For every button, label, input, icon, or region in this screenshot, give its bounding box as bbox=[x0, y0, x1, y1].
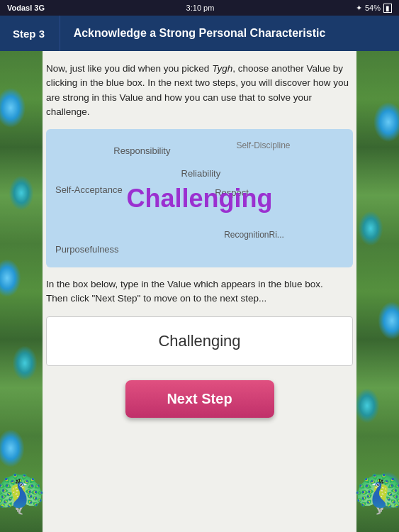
instruction-text: Now, just like you did when you picked T… bbox=[46, 62, 353, 119]
italic-word: Tygh bbox=[212, 63, 232, 74]
time-label: 3:10 pm bbox=[186, 4, 215, 12]
word-self-discipline: Self-Discipline bbox=[236, 140, 290, 150]
peacock-left-decoration bbox=[0, 51, 43, 532]
carrier-label: Vodasl 3G bbox=[7, 4, 45, 12]
peacock-right-decoration bbox=[356, 51, 399, 532]
step-badge: Step 3 bbox=[0, 16, 60, 51]
word-purposefulness: Purposefulness bbox=[55, 244, 119, 255]
word-reliability: Reliability bbox=[181, 168, 221, 179]
next-step-button[interactable]: Next Step bbox=[125, 380, 274, 418]
word-cloud-box[interactable]: Responsibility Self-Discipline Reliabili… bbox=[46, 129, 353, 267]
page-header: Step 3 Acknowledge a Strong Personal Cha… bbox=[0, 16, 399, 51]
value-input[interactable]: Challenging bbox=[158, 332, 240, 350]
battery-label: ✦ 54% ▮ bbox=[356, 4, 392, 13]
bottom-instruction: In the box below, type in the Value whic… bbox=[46, 277, 353, 306]
word-recognition: RecognitionRi... bbox=[224, 230, 284, 240]
page-title: Acknowledge a Strong Personal Characteri… bbox=[60, 27, 399, 40]
signal-icon: ✦ bbox=[356, 4, 362, 13]
status-bar: Vodasl 3G 3:10 pm ✦ 54% ▮ bbox=[0, 0, 399, 16]
battery-icon: ▮ bbox=[383, 4, 392, 13]
main-background: Now, just like you did when you picked T… bbox=[0, 51, 399, 532]
word-responsibility: Responsibility bbox=[113, 145, 170, 156]
value-input-container[interactable]: Challenging bbox=[46, 316, 353, 366]
main-content: Now, just like you did when you picked T… bbox=[43, 51, 356, 532]
word-cloud-main-word: Challenging bbox=[127, 184, 273, 214]
word-self-acceptance: Self-Acceptance bbox=[55, 184, 123, 195]
